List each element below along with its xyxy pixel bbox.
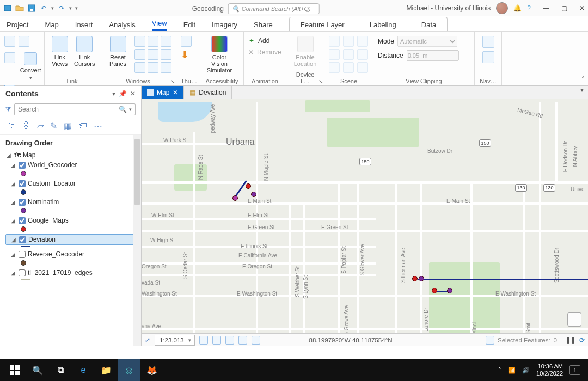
scale-input[interactable]: 1:23,013 ▾ bbox=[155, 335, 195, 346]
link-views-button[interactable]: Link Views bbox=[49, 36, 71, 67]
toc-layer-deviation[interactable]: ◢Deviation bbox=[5, 234, 139, 245]
toc-map-node[interactable]: ◢ 🗺 Map bbox=[5, 150, 139, 160]
layer-checkbox[interactable] bbox=[19, 162, 26, 169]
create-thumbnail-icon[interactable] bbox=[181, 36, 192, 47]
taskbar-ie-icon[interactable]: e bbox=[72, 359, 95, 381]
list-editing-icon[interactable]: ✎ bbox=[50, 121, 57, 131]
list-source-icon[interactable]: 🛢 bbox=[22, 121, 30, 131]
close-button[interactable]: ✕ bbox=[579, 4, 585, 12]
navigator-icon[interactable] bbox=[482, 36, 494, 48]
status-snap-icon[interactable] bbox=[225, 336, 234, 345]
camera-icon[interactable] bbox=[482, 51, 494, 63]
layer-symbol[interactable] bbox=[21, 171, 26, 176]
layer-checkbox[interactable] bbox=[19, 251, 26, 258]
layer-checkbox[interactable] bbox=[19, 236, 26, 243]
maximize-button[interactable]: ▢ bbox=[561, 4, 567, 12]
user-avatar[interactable] bbox=[496, 2, 508, 14]
layer-symbol[interactable] bbox=[21, 246, 30, 247]
toc-layer-reverse-geocoder[interactable]: ◢Reverse_Geocoder bbox=[5, 249, 139, 259]
redo-drop-icon[interactable]: ▾ bbox=[69, 5, 72, 11]
drawmode-icon[interactable] bbox=[357, 36, 368, 47]
reset-panes-button[interactable]: Reset Panes bbox=[105, 36, 131, 67]
jobs-pane-icon[interactable] bbox=[161, 49, 171, 60]
scale-drop-icon[interactable]: ▾ bbox=[188, 337, 191, 343]
scale-tool-icon[interactable]: ⤢ bbox=[145, 336, 150, 344]
tray-expand-icon[interactable]: ˄ bbox=[498, 367, 501, 374]
task-view-icon[interactable]: ⧉ bbox=[49, 359, 72, 381]
tab-data[interactable]: Data bbox=[417, 17, 440, 31]
scene-btn9-icon[interactable] bbox=[357, 62, 368, 73]
close-pane-icon[interactable]: ✕ bbox=[130, 90, 136, 97]
contents-pane-icon[interactable] bbox=[134, 36, 145, 47]
layer-checkbox[interactable] bbox=[19, 199, 26, 206]
list-labeling-icon[interactable]: 🏷 bbox=[78, 121, 87, 131]
pause-drawing-icon[interactable]: ❚❚ bbox=[565, 336, 576, 344]
tab-feature-layer[interactable]: Feature Layer bbox=[296, 17, 349, 31]
tab-labeling[interactable]: Labeling bbox=[365, 17, 401, 31]
windows-dialog-launcher[interactable]: ↘ bbox=[170, 78, 175, 84]
tab-edit[interactable]: Edit bbox=[183, 21, 195, 31]
list-snapping-icon[interactable]: ▦ bbox=[64, 121, 72, 131]
link-cursors-button[interactable]: Link Cursors bbox=[74, 36, 96, 67]
save-icon[interactable] bbox=[27, 4, 36, 13]
status-correct-icon[interactable] bbox=[252, 336, 260, 345]
list-selection-icon[interactable]: ▱ bbox=[37, 121, 44, 131]
local-view-icon[interactable] bbox=[4, 52, 15, 63]
tab-share[interactable]: Share bbox=[254, 21, 273, 31]
start-button[interactable] bbox=[3, 359, 26, 381]
layer-checkbox[interactable] bbox=[19, 217, 26, 224]
undo-drop-icon[interactable]: ▾ bbox=[51, 5, 54, 11]
taskbar-firefox-icon[interactable]: 🦊 bbox=[140, 359, 163, 381]
layer-symbol[interactable] bbox=[21, 226, 26, 232]
workflow-pane-icon[interactable] bbox=[148, 62, 158, 73]
open-icon[interactable] bbox=[15, 4, 24, 13]
toc-layer-google-maps[interactable]: ◢Google_Maps bbox=[5, 216, 139, 225]
tab-map[interactable]: Map bbox=[45, 21, 58, 31]
scene-view-icon[interactable] bbox=[19, 36, 29, 47]
selected-features-icon[interactable] bbox=[486, 336, 494, 345]
scene-btn7-icon[interactable] bbox=[329, 62, 340, 73]
toc-layer-custom-locator[interactable]: ◢Custom_Locator bbox=[5, 179, 139, 188]
face-culling-icon[interactable] bbox=[343, 36, 354, 47]
toc-layer-edges[interactable]: ◢tl_2021_17019_edges bbox=[5, 268, 139, 278]
redo-icon[interactable]: ↷ bbox=[57, 4, 66, 13]
layer-checkbox[interactable] bbox=[19, 269, 26, 276]
illumination-icon[interactable] bbox=[329, 36, 340, 47]
tab-insert[interactable]: Insert bbox=[75, 21, 93, 31]
tab-imagery[interactable]: Imagery bbox=[212, 21, 237, 31]
close-tab-icon[interactable]: ✕ bbox=[173, 89, 178, 96]
python-pane-icon[interactable] bbox=[161, 36, 171, 47]
collapse-ribbon-icon[interactable]: ˄ bbox=[581, 76, 585, 83]
qat-customize-icon[interactable]: ▾ bbox=[75, 5, 78, 11]
layer-symbol[interactable] bbox=[21, 279, 30, 280]
import-thumbnail-icon[interactable]: ⬇ bbox=[181, 49, 189, 61]
refresh-icon[interactable]: ⟳ bbox=[579, 336, 585, 344]
scene-btn6-icon[interactable] bbox=[357, 49, 368, 60]
aviation-pane-icon[interactable] bbox=[161, 62, 171, 73]
catalog-pane-icon[interactable] bbox=[148, 36, 158, 47]
status-table-icon[interactable] bbox=[212, 336, 221, 345]
list-drawing-order-icon[interactable]: 🗂 bbox=[7, 121, 15, 131]
new-project-icon[interactable] bbox=[3, 4, 12, 13]
layer-symbol[interactable] bbox=[21, 208, 26, 213]
tasks-pane-icon[interactable] bbox=[134, 49, 145, 60]
layer-symbol[interactable] bbox=[21, 260, 26, 266]
notifications-icon[interactable]: 🔔 bbox=[513, 4, 522, 12]
help-icon[interactable]: ? bbox=[527, 4, 531, 12]
taskbar-explorer-icon[interactable]: 📁 bbox=[95, 359, 118, 381]
command-search-input[interactable]: 🔍 Command Search (Alt+Q) bbox=[228, 3, 320, 14]
taskbar-clock[interactable]: 10:36 AM 10/2/2022 bbox=[536, 363, 563, 377]
user-label[interactable]: Michael - University of Illinois bbox=[407, 4, 491, 12]
doc-tab-map[interactable]: Map ✕ bbox=[142, 86, 184, 99]
doc-tab-deviation[interactable]: ▦ Deviation bbox=[184, 86, 232, 99]
color-vision-button[interactable]: Color Vision Simulator bbox=[205, 36, 234, 73]
reviewer-pane-icon[interactable] bbox=[148, 49, 158, 60]
doc-tabs-menu-icon[interactable]: ▾ bbox=[576, 86, 588, 99]
scene-btn5-icon[interactable] bbox=[343, 49, 354, 60]
toc-layer-nominatim[interactable]: ◢Nominatim bbox=[5, 197, 139, 207]
tab-project[interactable]: Project bbox=[7, 21, 28, 31]
taskbar-search-icon[interactable]: 🔍 bbox=[26, 359, 49, 381]
scene-btn8-icon[interactable] bbox=[343, 62, 354, 73]
tray-volume-icon[interactable]: 🔊 bbox=[522, 367, 530, 374]
contents-search-input[interactable]: Search 🔍 ▾ bbox=[14, 103, 136, 115]
